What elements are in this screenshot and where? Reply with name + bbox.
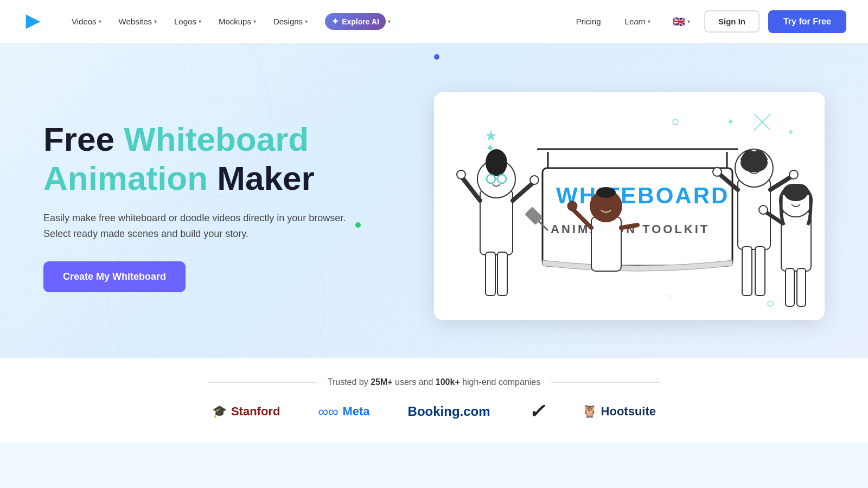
trust-divider: Trusted by 25M+ users and 100k+ high-end…	[43, 377, 825, 387]
svg-rect-59	[797, 268, 806, 306]
svg-point-55	[784, 184, 808, 201]
companies-count: 100k+	[436, 377, 460, 387]
trust-text: Trusted by 25M+ users and 100k+ high-end…	[328, 377, 541, 387]
nav-menu: Videos ▾ Websites ▾ Logos ▾ Mockups ▾ De…	[64, 9, 569, 34]
explore-ai-pill: ✦ Explore AI	[325, 13, 386, 30]
meta-logo: ∞∞ Meta	[318, 403, 369, 420]
dot-decoration-1	[434, 54, 439, 60]
svg-point-27	[530, 176, 539, 184]
svg-rect-52	[755, 247, 765, 296]
nike-logo: ✓	[528, 400, 544, 423]
svg-text:✦: ✦	[787, 127, 795, 138]
svg-point-40	[567, 201, 577, 211]
svg-text:✦: ✦	[727, 117, 734, 126]
svg-rect-58	[786, 268, 794, 306]
svg-rect-53	[781, 211, 811, 271]
svg-rect-51	[742, 247, 752, 296]
users-count: 25M+	[371, 377, 392, 387]
svg-rect-17	[480, 190, 513, 255]
svg-point-45	[749, 166, 751, 169]
hootsuite-icon: 🦉	[582, 404, 597, 419]
meta-icon: ∞∞	[318, 403, 338, 420]
chevron-down-icon: ▾	[199, 18, 201, 24]
nav-item-mockups[interactable]: Mockups ▾	[211, 12, 264, 30]
nav-item-explore-ai[interactable]: ✦ Explore AI ▾	[317, 9, 398, 34]
divider-left	[208, 382, 317, 383]
chevron-down-icon: ▾	[154, 18, 157, 24]
hero-title-line1: Free Whiteboard	[43, 120, 309, 158]
svg-text:WHITEBOARD: WHITEBOARD	[556, 183, 729, 208]
nav-item-videos[interactable]: Videos ▾	[64, 12, 109, 30]
chevron-down-icon: ▾	[99, 18, 101, 24]
nav-right: Pricing Learn ▾ 🇬🇧 ▾ Sign In Try for Fre…	[569, 10, 846, 33]
hero-section: Free Whiteboard Animation Maker Easily m…	[0, 43, 868, 358]
trust-logos: 🎓 Stanford ∞∞ Meta Booking.com ✓ 🦉 Hoots…	[43, 400, 825, 423]
hero-subtitle: Easily make free whiteboard or doodle vi…	[43, 210, 347, 242]
chevron-down-icon: ▾	[648, 18, 650, 24]
logo[interactable]	[22, 11, 42, 32]
svg-point-38	[596, 187, 616, 198]
whiteboard-inner: ✦ ✦ ✦ ✦ ✦ ◇ ◇	[434, 92, 825, 320]
svg-point-20	[490, 150, 503, 163]
svg-rect-28	[486, 252, 495, 296]
booking-logo: Booking.com	[408, 404, 490, 419]
hootsuite-logo: 🦉 Hootsuite	[582, 404, 656, 419]
sign-in-button[interactable]: Sign In	[704, 10, 760, 33]
stanford-logo: 🎓 Stanford	[212, 404, 280, 419]
svg-text:◇: ◇	[667, 293, 672, 299]
hero-right-content: ✦ ✦ ✦ ✦ ✦ ◇ ◇	[380, 92, 825, 320]
nike-swoosh-icon: ✓	[528, 400, 544, 423]
svg-point-57	[759, 206, 768, 214]
create-whiteboard-button[interactable]: Create My Whiteboard	[43, 261, 186, 292]
navbar: Videos ▾ Websites ▾ Logos ▾ Mockups ▾ De…	[0, 0, 868, 43]
chevron-down-icon: ▾	[253, 18, 256, 24]
sparkle-icon: ✦	[331, 16, 339, 27]
svg-marker-0	[26, 14, 41, 29]
chevron-down-icon: ▾	[388, 18, 391, 24]
nav-item-websites[interactable]: Websites ▾	[111, 12, 164, 30]
flag-uk-icon: 🇬🇧	[672, 17, 685, 27]
try-for-free-button[interactable]: Try for Free	[768, 10, 846, 33]
trust-section: Trusted by 25M+ users and 100k+ high-end…	[0, 358, 868, 442]
whiteboard-preview-card: ✦ ✦ ✦ ✦ ✦ ◇ ◇	[434, 92, 825, 320]
stanford-icon: 🎓	[212, 404, 227, 419]
pricing-link[interactable]: Pricing	[569, 12, 609, 30]
chevron-down-icon: ▾	[305, 18, 308, 24]
svg-rect-29	[497, 252, 507, 296]
svg-line-41	[621, 225, 637, 228]
hero-title-line2: Animation Maker	[43, 159, 315, 197]
language-selector[interactable]: 🇬🇧 ▾	[667, 12, 695, 31]
svg-rect-36	[591, 217, 621, 271]
svg-point-26	[457, 170, 465, 179]
nav-item-designs[interactable]: Designs ▾	[266, 12, 315, 30]
svg-point-50	[789, 170, 798, 179]
nav-item-logos[interactable]: Logos ▾	[167, 12, 209, 30]
hero-title: Free Whiteboard Animation Maker	[43, 120, 380, 197]
svg-point-44	[741, 153, 768, 172]
divider-right	[551, 382, 660, 383]
learn-link[interactable]: Learn ▾	[617, 12, 658, 30]
svg-point-46	[757, 166, 759, 169]
svg-point-48	[713, 168, 722, 176]
hero-left-content: Free Whiteboard Animation Maker Easily m…	[43, 120, 380, 292]
chevron-down-icon: ▾	[687, 18, 690, 24]
